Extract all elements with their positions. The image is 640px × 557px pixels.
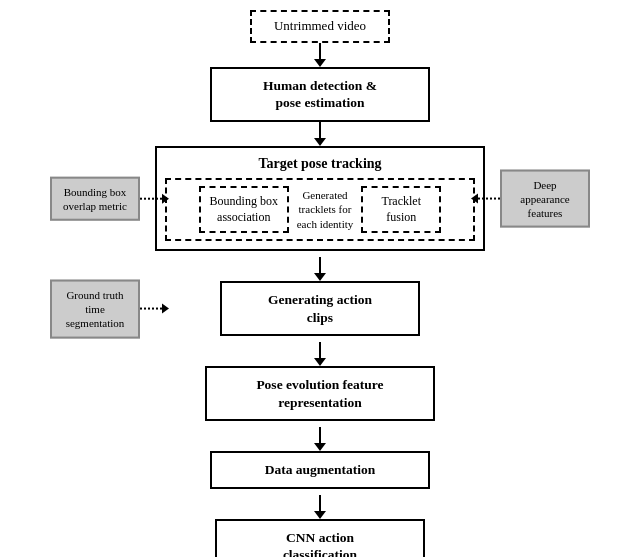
arrow-4: [319, 342, 321, 360]
target-pose-tracking-outer: Target pose tracking Bounding box associ…: [155, 146, 485, 251]
bounding-box-assoc-box: Bounding box association: [199, 186, 289, 233]
data-augmentation-label: Data augmentation: [265, 462, 376, 477]
bounding-box-assoc-label: Bounding box association: [210, 194, 278, 224]
arrow-2: [319, 122, 321, 140]
arrow-3: [319, 257, 321, 275]
tracklets-label: Generated tracklets for each identity: [289, 188, 362, 231]
arrow-6: [319, 495, 321, 513]
ground-truth-box: Ground truth time segmentation: [50, 279, 140, 338]
ground-truth-label: Ground truth time segmentation: [66, 288, 125, 329]
untrimmed-video-box: Untrimmed video: [250, 10, 390, 43]
tracklet-fusion-box: Tracklet fusion: [361, 186, 441, 233]
untrimmed-video-label: Untrimmed video: [274, 18, 366, 33]
pose-evolution-label: Pose evolution feature representation: [256, 377, 383, 410]
cnn-action-label: CNN action classification: [283, 530, 357, 557]
arrow-5: [319, 427, 321, 445]
bounding-box-metric-label: Bounding box overlap metric: [63, 185, 127, 211]
pose-evolution-box: Pose evolution feature representation: [205, 366, 435, 421]
tracklet-fusion-label: Tracklet fusion: [381, 194, 421, 224]
generating-clips-box: Generating action clips: [220, 281, 420, 336]
main-diagram: Untrimmed video Human detection & pose e…: [30, 10, 610, 557]
human-detection-label: Human detection & pose estimation: [263, 78, 377, 111]
generating-clips-label: Generating action clips: [268, 292, 372, 325]
human-detection-box: Human detection & pose estimation: [210, 67, 430, 122]
tracking-inner-container: Bounding box association Generated track…: [165, 178, 475, 241]
deep-appearance-label: Deep appearance features: [520, 178, 569, 219]
bounding-box-metric-box: Bounding box overlap metric: [50, 176, 140, 221]
arrow-1: [319, 43, 321, 61]
deep-appearance-box: Deep appearance features: [500, 169, 590, 228]
target-pose-title: Target pose tracking: [165, 156, 475, 172]
cnn-action-box: CNN action classification: [215, 519, 425, 557]
data-augmentation-box: Data augmentation: [210, 451, 430, 489]
